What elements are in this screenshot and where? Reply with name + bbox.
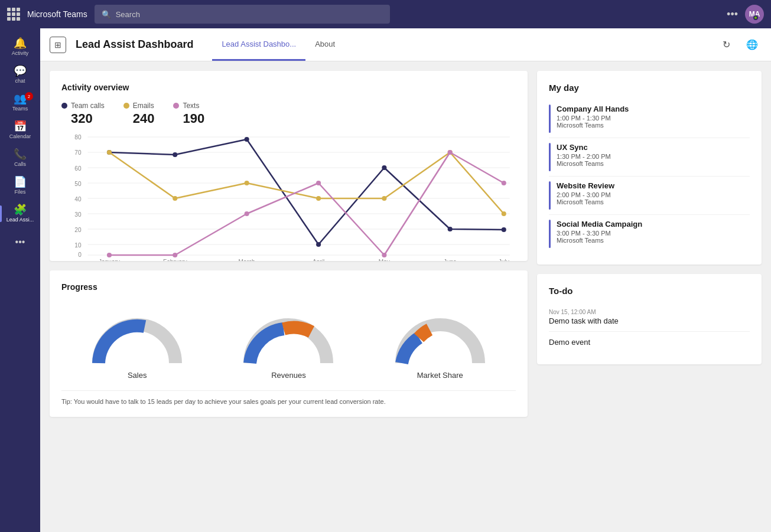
grid-icon[interactable] [7, 8, 20, 21]
gauge-sales: Sales [90, 313, 184, 380]
sidebar-item-more[interactable]: ••• [0, 227, 40, 257]
svg-point-31 [502, 227, 506, 232]
svg-point-33 [173, 196, 177, 201]
app-grid[interactable] [7, 8, 20, 21]
svg-text:60: 60 [74, 165, 82, 172]
online-badge [753, 15, 758, 20]
page-title: Lead Assist Dashboard [76, 38, 193, 51]
sidebar-item-activity[interactable]: 🔔 Activity [0, 33, 40, 61]
sidebar-label-calls: Calls [14, 161, 26, 167]
legend-texts: Texts 190 [173, 102, 204, 126]
svg-text:January: January [99, 259, 120, 261]
svg-text:June: June [444, 259, 457, 261]
sidebar-item-lead-assist[interactable]: 🧩 Lead Assi... [0, 200, 40, 227]
globe-button[interactable]: 🌐 [743, 35, 762, 54]
event-bar [549, 105, 551, 133]
revenues-label: Revenues [271, 371, 306, 380]
sales-gauge-svg [90, 313, 184, 366]
event-time-1: 1:30 PM - 2:00 PM [557, 153, 750, 160]
titlebar: Microsoft Teams 🔍 Search ••• MA [0, 0, 771, 28]
svg-text:July: July [499, 259, 509, 261]
market-share-gauge-svg [393, 313, 487, 366]
svg-point-42 [316, 181, 321, 185]
my-day-title: My day [549, 83, 750, 93]
svg-text:10: 10 [74, 242, 82, 249]
svg-point-28 [316, 242, 321, 247]
sidebar-label-chat: chat [15, 78, 25, 84]
market-share-label: Market Share [417, 371, 463, 380]
event-name-0: Company All Hands [557, 105, 750, 113]
progress-title: Progress [61, 282, 516, 292]
event-social-media: Social Media Campaign 3:00 PM - 3:30 PM … [549, 215, 750, 253]
refresh-button[interactable]: ↻ [717, 35, 736, 54]
svg-point-32 [107, 150, 112, 155]
event-time-0: 1:00 PM - 1:30 PM [557, 115, 750, 122]
todo-name-0: Demo task with date [549, 316, 750, 325]
sidebar-label-lead-assist: Lead Assi... [6, 217, 34, 223]
app-title: Microsoft Teams [27, 9, 87, 19]
svg-point-30 [448, 227, 453, 231]
search-bar[interactable]: 🔍 Search [95, 5, 390, 24]
texts-label: Texts [183, 102, 199, 110]
content-area: Activity overview Team calls 320 [40, 61, 771, 532]
gauge-market-share: Market Share [393, 313, 487, 380]
sidebar: 🔔 Activity 💬 chat 👥 Teams 2 📅 Calendar 📞… [0, 28, 40, 532]
sidebar-item-calls[interactable]: 📞 Calls [0, 144, 40, 172]
calendar-icon: 📅 [14, 121, 27, 132]
team-calls-label: Team calls [71, 102, 105, 110]
search-placeholder: Search [116, 10, 140, 19]
sidebar-label-activity: Activity [12, 50, 29, 56]
svg-text:February: February [163, 259, 187, 261]
svg-point-39 [107, 253, 112, 257]
sidebar-item-apps[interactable]: ⊞ Apps [0, 528, 40, 532]
left-panel: Activity overview Team calls 320 [50, 71, 528, 532]
sidebar-label-files: Files [14, 189, 25, 195]
event-name-3: Social Media Campaign [557, 220, 750, 229]
svg-point-35 [316, 196, 321, 201]
chart-legend: Team calls 320 Emails 240 [61, 102, 516, 126]
avatar[interactable]: MA [745, 5, 764, 24]
svg-point-34 [245, 181, 249, 185]
page-icon: ⊞ [50, 37, 66, 53]
todo-title: To-do [549, 286, 750, 296]
sidebar-item-teams[interactable]: 👥 Teams 2 [0, 89, 40, 116]
files-icon: 📄 [14, 177, 27, 187]
svg-text:0: 0 [78, 252, 82, 258]
more-options-icon[interactable]: ••• [727, 8, 738, 21]
emails-value: 240 [133, 111, 155, 126]
event-ux-sync: UX Sync 1:30 PM - 2:00 PM Microsoft Team… [549, 138, 750, 177]
todo-item-0: Nov 15, 12:00 AM Demo task with date [549, 303, 750, 332]
svg-point-36 [382, 196, 386, 201]
revenues-gauge-svg [241, 313, 336, 366]
todo-item-1: Demo event [549, 332, 750, 353]
event-company-all-hands: Company All Hands 1:00 PM - 1:30 PM Micr… [549, 100, 750, 138]
page-header-right: ↻ 🌐 [717, 35, 762, 54]
legend-team-calls: Team calls 320 [61, 102, 105, 126]
svg-point-27 [245, 137, 249, 142]
activity-icon: 🔔 [14, 38, 27, 48]
gauge-revenues: Revenues [241, 313, 336, 380]
event-platform-0: Microsoft Teams [557, 122, 750, 129]
chart-svg: 80 70 60 50 40 30 20 10 0 [61, 131, 516, 261]
svg-point-44 [448, 150, 453, 155]
event-bar [549, 220, 551, 248]
svg-point-43 [382, 253, 386, 257]
activity-chart: 80 70 60 50 40 30 20 10 0 [61, 131, 516, 249]
sidebar-label-teams: Teams [12, 106, 28, 112]
team-calls-value: 320 [71, 111, 93, 126]
sidebar-item-chat[interactable]: 💬 chat [0, 61, 40, 89]
svg-point-41 [245, 211, 249, 216]
todo-card: To-do Nov 15, 12:00 AM Demo task with da… [537, 274, 762, 364]
right-panel: My day Company All Hands 1:00 PM - 1:30 … [537, 71, 762, 532]
sidebar-item-calendar[interactable]: 📅 Calendar [0, 116, 40, 144]
tab-dashboard[interactable]: Lead Assist Dashbo... [212, 28, 305, 61]
svg-point-29 [382, 165, 386, 170]
tab-about[interactable]: About [305, 28, 344, 61]
event-time-3: 3:00 PM - 3:30 PM [557, 230, 750, 237]
todo-name-1: Demo event [549, 338, 750, 347]
event-name-2: Website Review [557, 181, 750, 190]
chat-icon: 💬 [14, 66, 27, 76]
svg-text:80: 80 [74, 134, 82, 141]
event-name-1: UX Sync [557, 143, 750, 152]
sidebar-item-files[interactable]: 📄 Files [0, 172, 40, 200]
